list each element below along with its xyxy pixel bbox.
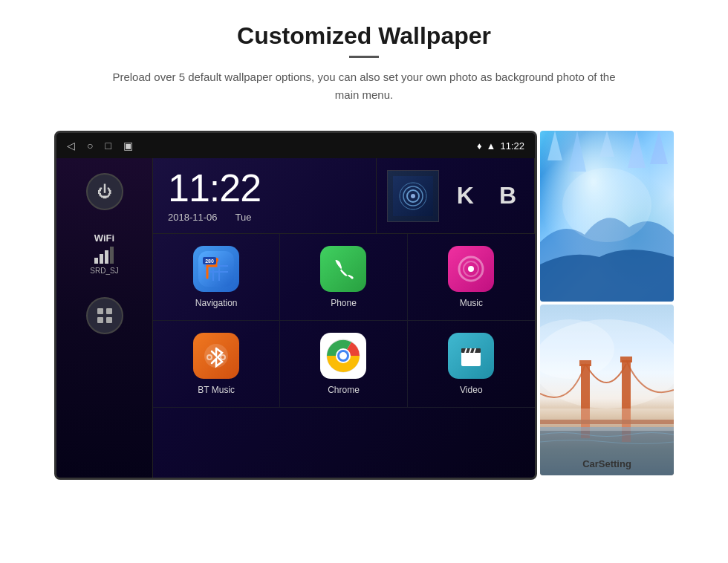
phone-icon [330,256,357,282]
page-title: Customized Wallpaper [104,22,624,50]
date-row: 2018-11-06 Tue [168,212,361,223]
wifi-ssid: SRD_SJ [90,267,118,275]
status-bar: ◁ ○ □ ▣ ♦ ▲ 11:22 [56,133,535,158]
svg-rect-3 [106,317,112,323]
day-display: Tue [235,212,252,223]
svg-marker-33 [547,131,562,160]
svg-rect-2 [97,317,103,323]
time-display: 11:22 [168,169,361,207]
android-device: ◁ ○ □ ▣ ♦ ▲ 11:22 ⏻ WiFi [54,131,537,480]
list-item[interactable]: 280 Navigation [153,234,280,321]
video-icon [458,342,484,369]
status-bar-right: ♦ ▲ 11:22 [477,140,524,152]
back-nav-icon[interactable]: ◁ [67,140,75,152]
apps-button[interactable] [86,297,123,334]
wallpaper-previews: CarSetting [540,131,674,475]
svg-rect-8 [198,251,234,287]
status-time: 11:22 [500,140,524,152]
chrome-app-label: Chrome [328,385,360,395]
page-container: Customized Wallpaper Preload over 5 defa… [0,0,728,563]
date-display: 2018-11-06 [168,212,218,223]
svg-rect-0 [97,308,103,314]
screenshot-nav-icon[interactable]: ▣ [123,140,133,152]
svg-marker-36 [628,131,646,168]
bridge-svg [540,305,674,475]
navigation-app-label: Navigation [195,298,238,308]
wallpaper-golden-gate[interactable]: CarSetting [540,305,674,475]
media-letter-b: B [492,175,524,217]
list-item[interactable]: Phone [280,234,407,321]
status-bar-left: ◁ ○ □ ▣ [67,140,133,152]
carsetting-label: CarSetting [540,458,674,469]
btmusic-app-label: BT Music [198,385,235,395]
phone-app-label: Phone [331,298,357,308]
svg-text:280: 280 [205,258,214,264]
wifi-bars [90,247,118,264]
title-divider [349,56,379,58]
svg-rect-1 [106,308,112,314]
chrome-app-icon [320,333,366,379]
music-app-icon: ♪ [448,246,494,292]
grid-icon [97,307,113,324]
wifi-icon: ▲ [487,140,496,152]
list-item[interactable]: Chrome [280,321,407,408]
svg-rect-28 [461,351,481,366]
wifi-label: WiFi [90,232,118,244]
home-nav-icon[interactable]: ○ [87,140,93,152]
btmusic-icon [203,342,230,369]
svg-marker-34 [568,131,586,172]
phone-app-icon [320,246,366,292]
content-area: ◁ ○ □ ▣ ♦ ▲ 11:22 ⏻ WiFi [54,131,674,480]
chrome-icon [325,338,361,374]
media-letter-k: K [449,175,481,217]
ice-cave-svg [540,131,674,302]
top-row: 11:22 2018-11-06 Tue [153,158,535,234]
app-grid: 280 Navigation Ph [153,234,535,408]
quick-icons: K B [377,158,535,233]
svg-marker-35 [599,131,614,157]
location-icon: ♦ [477,140,482,152]
device-body: ⏻ WiFi SRD_SJ [56,158,535,478]
radio-icon-inner [393,176,433,216]
wifi-bar-4 [110,247,114,264]
wifi-bar-3 [105,250,108,264]
list-item[interactable]: ♪ Music [408,234,535,321]
page-subtitle: Preload over 5 default wallpaper options… [104,68,624,104]
wallpaper-ice-cave[interactable] [540,131,674,302]
video-app-label: Video [460,385,482,395]
wifi-bar-2 [100,254,103,264]
power-button[interactable]: ⏻ [86,173,123,210]
navigation-app-icon: 280 [193,246,239,292]
radio-waves-icon [398,181,428,211]
svg-point-38 [562,168,651,242]
time-section: 11:22 2018-11-06 Tue [153,158,377,233]
list-item[interactable]: BT Music [153,321,280,408]
wifi-section: WiFi SRD_SJ [90,232,118,275]
btmusic-app-icon [193,333,239,379]
music-app-label: Music [460,298,483,308]
main-area: 11:22 2018-11-06 Tue [153,158,535,478]
music-icon: ♪ [458,256,484,282]
title-section: Customized Wallpaper Preload over 5 defa… [104,22,624,104]
video-app-icon [448,333,494,379]
svg-text:♪: ♪ [469,264,473,274]
svg-point-27 [339,352,347,359]
svg-rect-47 [540,409,674,431]
recents-nav-icon[interactable]: □ [105,140,111,152]
svg-point-7 [411,194,415,198]
left-sidebar: ⏻ WiFi SRD_SJ [56,158,153,478]
wifi-bar-1 [94,258,98,264]
radio-icon-box[interactable] [387,170,439,222]
list-item[interactable]: Video [408,321,535,408]
navigation-icon: 280 [198,251,234,287]
svg-marker-37 [650,131,668,164]
